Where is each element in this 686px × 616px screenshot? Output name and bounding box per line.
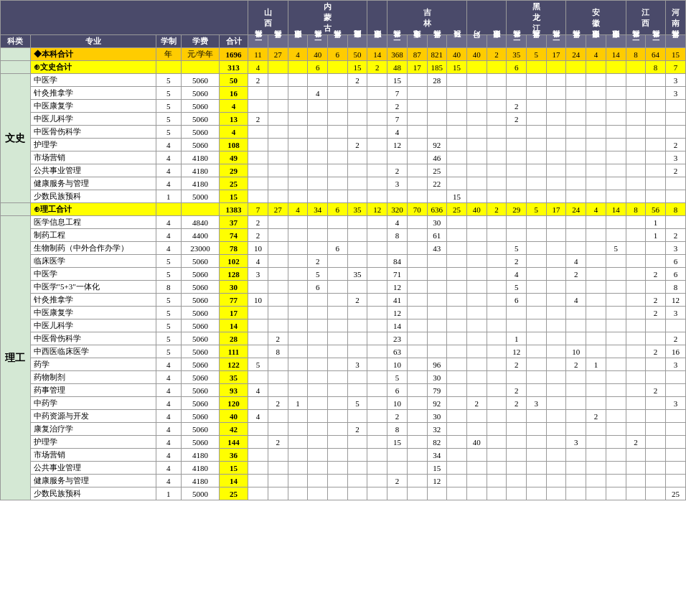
data-cell: 17 <box>546 48 566 61</box>
data-cell <box>546 229 566 242</box>
col-jilin-2: 地方专项 <box>407 35 427 48</box>
data-cell <box>466 281 487 294</box>
data-cell: 5 <box>527 203 547 216</box>
data-cell <box>308 139 328 151</box>
data-cell: 10 <box>566 345 586 358</box>
data-cell <box>566 113 586 126</box>
data-cell: 185 <box>427 61 447 74</box>
data-cell: 2 <box>646 268 666 281</box>
data-cell: 49 <box>219 151 248 164</box>
data-cell: 77 <box>219 294 248 307</box>
data-cell <box>546 61 566 74</box>
data-cell: 92 <box>427 139 447 151</box>
data-cell: 年 <box>156 48 181 61</box>
data-cell <box>447 319 467 332</box>
data-cell <box>546 242 566 255</box>
data-cell: 8 <box>387 423 408 436</box>
col-shanxi-2: 本科二批 <box>268 35 288 48</box>
data-cell <box>527 358 547 371</box>
data-cell <box>347 255 367 268</box>
data-cell <box>347 164 367 177</box>
data-cell <box>606 462 626 475</box>
data-cell <box>156 61 181 74</box>
data-cell <box>466 113 487 126</box>
data-cell <box>586 87 606 100</box>
data-cell <box>646 126 666 139</box>
data-cell <box>626 423 646 436</box>
data-cell: 41 <box>387 294 408 307</box>
data-cell: 元/学年 <box>181 48 219 61</box>
data-cell <box>327 61 347 74</box>
data-cell <box>626 164 646 177</box>
data-cell: 30 <box>427 216 447 229</box>
col-category: 科类 <box>1 35 31 48</box>
data-cell: 40 <box>308 48 328 61</box>
data-cell <box>308 410 328 423</box>
data-cell <box>626 307 646 319</box>
col-jilin-1: 本科一批 <box>387 35 408 48</box>
major-cell: 中西医临床医学 <box>30 345 156 358</box>
data-cell <box>527 100 547 113</box>
table-row: 中医儿科学550601414 <box>1 319 686 332</box>
table-row: ⊕文史合计31346152481718515687 <box>1 61 686 74</box>
data-cell <box>347 126 367 139</box>
data-cell <box>586 449 606 462</box>
data-cell <box>288 319 308 332</box>
data-cell <box>606 281 626 294</box>
major-cell: 中医儿科学 <box>30 113 156 126</box>
data-cell <box>367 74 387 87</box>
data-cell <box>347 177 367 190</box>
data-cell: 5 <box>156 87 181 100</box>
data-cell <box>527 384 547 397</box>
data-cell <box>407 319 427 332</box>
data-cell <box>606 319 626 332</box>
data-cell <box>626 345 646 358</box>
col-total: 合计 <box>219 35 248 48</box>
data-cell <box>527 332 547 345</box>
data-cell: 8 <box>665 281 685 294</box>
col-anhui-1: 本科一批 <box>546 35 566 48</box>
data-cell <box>347 332 367 345</box>
data-cell <box>248 319 268 332</box>
data-cell: 61 <box>427 229 447 242</box>
data-cell <box>367 358 387 371</box>
data-cell <box>447 462 467 475</box>
data-cell <box>487 462 507 475</box>
data-cell <box>347 319 367 332</box>
major-cell: ◆本科合计 <box>30 48 156 61</box>
data-cell <box>447 151 467 164</box>
major-cell: 生物制药（中外合作办学） <box>30 242 156 255</box>
data-cell: 15 <box>447 61 467 74</box>
data-cell: 15 <box>387 436 408 449</box>
data-cell <box>347 190 367 203</box>
data-cell <box>626 358 646 371</box>
data-cell <box>586 307 606 319</box>
data-cell <box>268 255 288 268</box>
data-cell <box>606 294 626 307</box>
data-cell <box>646 100 666 113</box>
data-cell: 5 <box>527 48 547 61</box>
data-cell <box>626 487 646 500</box>
data-cell <box>606 87 626 100</box>
data-cell <box>447 487 467 500</box>
data-cell <box>367 436 387 449</box>
data-cell <box>527 113 547 126</box>
table-row: 护理学45060108212922 <box>1 139 686 151</box>
data-cell <box>308 242 328 255</box>
data-cell <box>427 190 447 203</box>
data-cell <box>427 307 447 319</box>
data-cell: 4 <box>156 397 181 410</box>
data-cell: 15 <box>665 48 685 61</box>
data-cell: 5 <box>156 74 181 87</box>
data-cell <box>546 255 566 268</box>
col-jiangxi-2: 本科一批 <box>626 35 646 48</box>
data-cell: 2 <box>347 423 367 436</box>
data-cell <box>308 151 328 164</box>
col-nmg-3: 本科二批 <box>327 35 347 48</box>
data-cell: 8 <box>268 345 288 358</box>
province-henan: 河南 <box>665 1 685 35</box>
data-cell <box>288 475 308 487</box>
data-cell: 7 <box>387 113 408 126</box>
data-cell: 12 <box>387 307 408 319</box>
major-cell: 中医骨伤科学 <box>30 332 156 345</box>
